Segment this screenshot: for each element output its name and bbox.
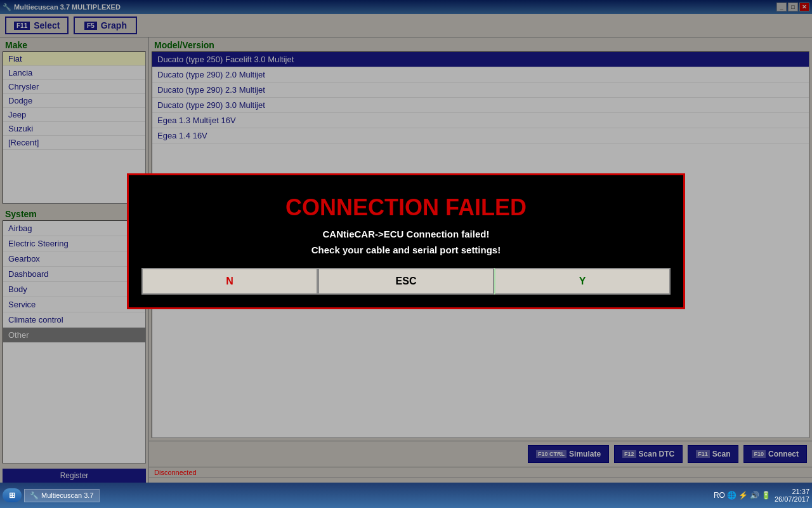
taskbar-right: RO 🌐 ⚡ 🔊 🔋 21:37 26/07/2017: [714, 488, 809, 503]
network-icon: 🌐: [727, 491, 737, 500]
modal-message2: Check your cable and serial port setting…: [141, 244, 671, 255]
taskbar-multiecuscan[interactable]: 🔧 Multiecuscan 3.7: [24, 489, 100, 502]
date-display: 26/07/2017: [775, 495, 809, 503]
sys-tray: RO 🌐 ⚡ 🔊 🔋: [714, 491, 771, 500]
start-button[interactable]: ⊞: [3, 488, 22, 502]
modal-no-button[interactable]: N: [141, 268, 318, 295]
time-display: 21:37: [775, 488, 809, 495]
modal-overlay: CONNECTION FAILED CANtieCAR->ECU Connect…: [0, 0, 812, 483]
modal-buttons: N ESC Y: [141, 268, 671, 295]
taskbar-app-icon: 🔧: [30, 491, 39, 500]
connection-failed-dialog: CONNECTION FAILED CANtieCAR->ECU Connect…: [127, 173, 685, 309]
clock: 21:37 26/07/2017: [775, 488, 809, 503]
modal-title: CONNECTION FAILED: [141, 194, 671, 221]
modal-esc-button[interactable]: ESC: [318, 268, 494, 295]
taskbar-left: ⊞ 🔧 Multiecuscan 3.7: [3, 488, 100, 502]
windows-icon: ⊞: [9, 491, 15, 500]
taskbar: ⊞ 🔧 Multiecuscan 3.7 RO 🌐 ⚡ 🔊 🔋 21:37 26…: [0, 483, 812, 508]
modal-message1: CANtieCAR->ECU Connection failed!: [141, 229, 671, 239]
language-indicator: RO: [714, 491, 725, 500]
battery-icon: 🔋: [761, 491, 771, 500]
bluetooth-icon: ⚡: [738, 491, 748, 500]
taskbar-app-label: Multiecuscan 3.7: [41, 491, 94, 499]
modal-yes-button[interactable]: Y: [494, 268, 671, 295]
volume-icon: 🔊: [750, 491, 759, 500]
